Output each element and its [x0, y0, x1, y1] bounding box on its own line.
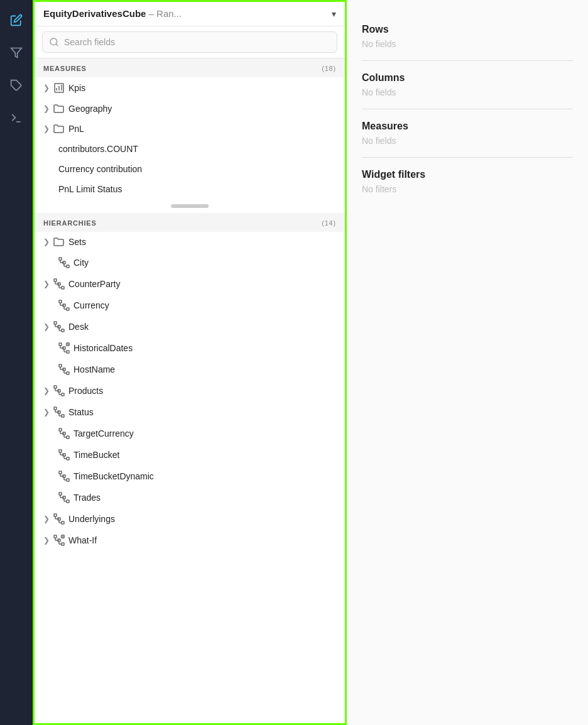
chevron-right-icon: ❯ — [43, 386, 50, 395]
list-item[interactable]: HostName — [35, 359, 345, 380]
hierarchy-icon — [58, 492, 70, 503]
list-item[interactable]: Currency — [35, 295, 345, 316]
kpi-icon — [53, 82, 65, 94]
terminal-icon[interactable] — [6, 108, 26, 128]
svg-rect-52 — [54, 386, 57, 388]
columns-section: Columns No fields — [362, 61, 573, 109]
hierarchy-icon — [58, 449, 70, 461]
hierarchy-icon — [53, 513, 65, 525]
hierarchy-icon — [58, 428, 70, 439]
svg-rect-73 — [59, 450, 62, 452]
list-item[interactable]: ❯ PnL — [35, 119, 345, 139]
svg-rect-59 — [54, 407, 57, 410]
svg-rect-68 — [67, 436, 69, 439]
hierarchy-clock-icon — [58, 342, 70, 354]
scroll-indicator — [171, 204, 209, 208]
search-input[interactable] — [42, 31, 337, 53]
svg-rect-16 — [62, 286, 64, 289]
hierarchy-icon — [58, 364, 70, 375]
chevron-right-icon: ❯ — [43, 280, 50, 288]
list-item[interactable]: ❯ Underlyings — [35, 508, 345, 530]
svg-rect-9 — [67, 265, 69, 268]
chevron-right-icon: ❯ — [43, 124, 50, 133]
list-item[interactable]: HistoricalDates — [35, 337, 345, 359]
svg-rect-7 — [59, 258, 62, 260]
svg-rect-66 — [59, 428, 62, 431]
hierarchy-icon — [53, 278, 65, 290]
list-item[interactable]: PnL Limit Status — [35, 179, 345, 199]
search-bar — [35, 26, 345, 58]
hierarchy-icon — [58, 471, 70, 482]
chevron-right-icon: ❯ — [43, 84, 50, 92]
svg-rect-54 — [62, 393, 64, 396]
list-item[interactable]: TargetCurrency — [35, 423, 345, 444]
svg-rect-89 — [67, 500, 69, 503]
list-item[interactable]: ❯ Products — [35, 380, 345, 401]
chevron-right-icon: ❯ — [43, 408, 50, 417]
svg-rect-45 — [59, 364, 62, 367]
rows-title: Rows — [362, 24, 573, 35]
chevron-right-icon: ❯ — [43, 536, 50, 545]
list-item[interactable]: ❯ Kpis — [35, 77, 345, 99]
svg-rect-37 — [67, 351, 69, 353]
svg-rect-30 — [62, 329, 64, 332]
svg-rect-61 — [62, 415, 64, 417]
columns-empty-label: No fields — [362, 87, 573, 97]
list-item[interactable]: City — [35, 252, 345, 273]
rows-section: Rows No fields — [362, 13, 573, 61]
svg-rect-75 — [67, 457, 69, 460]
measures-section: Measures No fields — [362, 109, 573, 158]
svg-rect-82 — [67, 479, 69, 481]
columns-title: Columns — [362, 72, 573, 84]
hierarchy-icon — [53, 321, 65, 332]
svg-rect-28 — [54, 322, 57, 324]
chevron-right-icon: ❯ — [43, 322, 50, 331]
chevron-right-icon: ❯ — [43, 237, 50, 246]
cube-dropdown-icon[interactable]: ▾ — [332, 9, 336, 19]
folder-icon — [53, 237, 65, 247]
list-item[interactable]: ❯ What-If — [35, 530, 345, 551]
hierarchy-icon — [58, 257, 70, 268]
svg-rect-101 — [54, 535, 57, 538]
measures-section-header: MEASURES (18) — [35, 58, 345, 77]
pencil-icon[interactable] — [6, 10, 26, 30]
folder-icon — [53, 124, 65, 134]
cube-selector[interactable]: EquityDerivativesCube – Ran... ▾ — [35, 2, 345, 26]
list-item[interactable]: ❯ Geography — [35, 99, 345, 119]
field-list: MEASURES (18) ❯ Kpis ❯ Geography ❯ — [35, 58, 345, 723]
list-item[interactable]: ❯ Sets — [35, 232, 345, 252]
list-item[interactable]: ❯ Desk — [35, 316, 345, 337]
svg-rect-96 — [62, 521, 64, 524]
fields-panel: EquityDerivativesCube – Ran... ▾ MEASURE… — [33, 0, 347, 725]
puzzle-icon[interactable] — [6, 75, 26, 95]
left-navigation — [0, 0, 33, 725]
svg-rect-14 — [54, 279, 57, 281]
rows-empty-label: No fields — [362, 39, 573, 49]
svg-marker-0 — [11, 48, 22, 58]
svg-rect-94 — [54, 514, 57, 516]
list-item[interactable]: TimeBucket — [35, 444, 345, 466]
widget-filters-empty-label: No filters — [362, 184, 573, 194]
hierarchy-icon — [53, 406, 65, 418]
svg-rect-87 — [59, 493, 62, 495]
list-item[interactable]: Currency contribution — [35, 159, 345, 179]
list-item[interactable]: ❯ CounterParty — [35, 273, 345, 295]
list-item[interactable]: ❯ Status — [35, 401, 345, 423]
svg-rect-80 — [59, 471, 62, 474]
hierarchy-clock-icon — [53, 535, 65, 546]
svg-rect-35 — [59, 343, 62, 346]
cube-name: EquityDerivativesCube – Ran... — [43, 8, 182, 19]
chevron-right-icon: ❯ — [43, 104, 50, 113]
svg-rect-23 — [67, 308, 69, 310]
hierarchy-icon — [53, 385, 65, 396]
svg-rect-103 — [62, 543, 64, 545]
list-item[interactable]: contributors.COUNT — [35, 139, 345, 159]
measures-empty-label: No fields — [362, 136, 573, 146]
list-item[interactable]: Trades — [35, 487, 345, 508]
hierarchy-icon — [58, 300, 70, 311]
widget-filters-title: Widget filters — [362, 169, 573, 180]
filter-icon[interactable] — [6, 43, 26, 63]
list-item[interactable]: TimeBucketDynamic — [35, 466, 345, 487]
hierarchies-section-header: HIERARCHIES (14) — [35, 213, 345, 232]
svg-rect-21 — [59, 300, 62, 303]
